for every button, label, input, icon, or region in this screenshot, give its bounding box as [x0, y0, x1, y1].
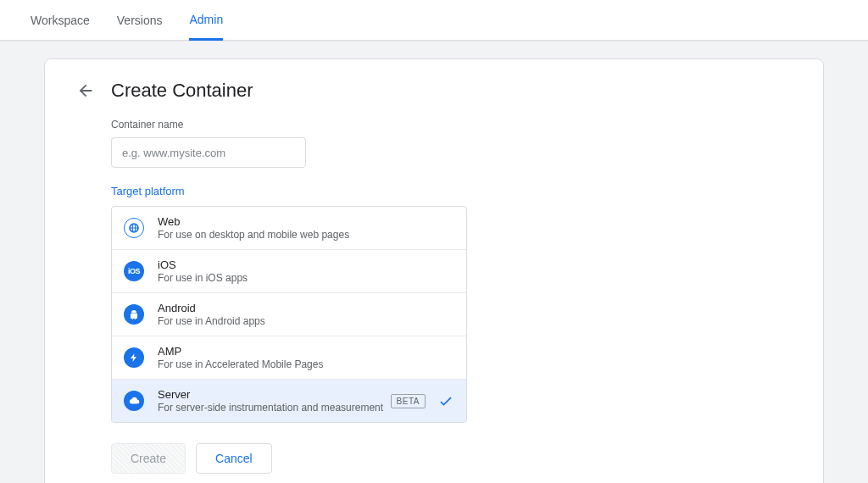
server-icon — [124, 391, 144, 411]
platform-title: Web — [158, 215, 454, 228]
button-row: Create Cancel — [111, 443, 467, 474]
platform-list: Web For use on desktop and mobile web pa… — [111, 206, 467, 423]
platform-title: Server — [158, 388, 391, 401]
tab-admin[interactable]: Admin — [189, 0, 223, 41]
platform-desc: For use in Accelerated Mobile Pages — [158, 358, 454, 370]
platform-text: iOS For use in iOS apps — [158, 258, 454, 284]
cancel-button[interactable]: Cancel — [196, 443, 272, 474]
card-header: Create Container — [75, 80, 793, 102]
platform-amp[interactable]: AMP For use in Accelerated Mobile Pages — [112, 336, 466, 379]
create-button[interactable]: Create — [111, 443, 186, 474]
container-name-label: Container name — [111, 119, 467, 130]
tab-workspace[interactable]: Workspace — [31, 0, 90, 41]
platform-desc: For use in iOS apps — [158, 272, 454, 284]
platform-title: Android — [158, 302, 454, 314]
header-tabs: Workspace Versions Admin — [0, 0, 868, 41]
platform-text: Web For use on desktop and mobile web pa… — [158, 215, 454, 241]
platform-text: Android For use in Android apps — [158, 302, 454, 327]
beta-badge: BETA — [391, 394, 426, 408]
platform-server[interactable]: Server For server-side instrumentation a… — [112, 379, 466, 422]
back-arrow-icon[interactable] — [75, 80, 96, 101]
page-background: Create Container Container name Target p… — [0, 41, 868, 483]
page-title: Create Container — [111, 80, 253, 102]
platform-android[interactable]: Android For use in Android apps — [112, 292, 466, 336]
platform-desc: For server-side instrumentation and meas… — [158, 402, 391, 414]
platform-web[interactable]: Web For use on desktop and mobile web pa… — [112, 207, 466, 249]
web-icon — [124, 218, 144, 238]
form-area: Container name Target platform Web For u… — [111, 119, 467, 474]
check-icon — [437, 392, 454, 409]
tab-versions[interactable]: Versions — [117, 0, 163, 41]
platform-ios[interactable]: iOS iOS For use in iOS apps — [112, 249, 466, 292]
platform-desc: For use in Android apps — [158, 315, 454, 327]
create-container-card: Create Container Container name Target p… — [44, 58, 824, 483]
amp-icon — [124, 347, 144, 368]
platform-title: iOS — [158, 258, 454, 271]
ios-icon: iOS — [124, 261, 144, 281]
container-name-input[interactable] — [111, 137, 306, 168]
platform-text: Server For server-side instrumentation a… — [158, 388, 391, 414]
platform-text: AMP For use in Accelerated Mobile Pages — [158, 345, 454, 370]
platform-title: AMP — [158, 345, 454, 358]
android-icon — [124, 304, 144, 325]
target-platform-label: Target platform — [111, 185, 467, 197]
platform-desc: For use on desktop and mobile web pages — [158, 229, 454, 241]
